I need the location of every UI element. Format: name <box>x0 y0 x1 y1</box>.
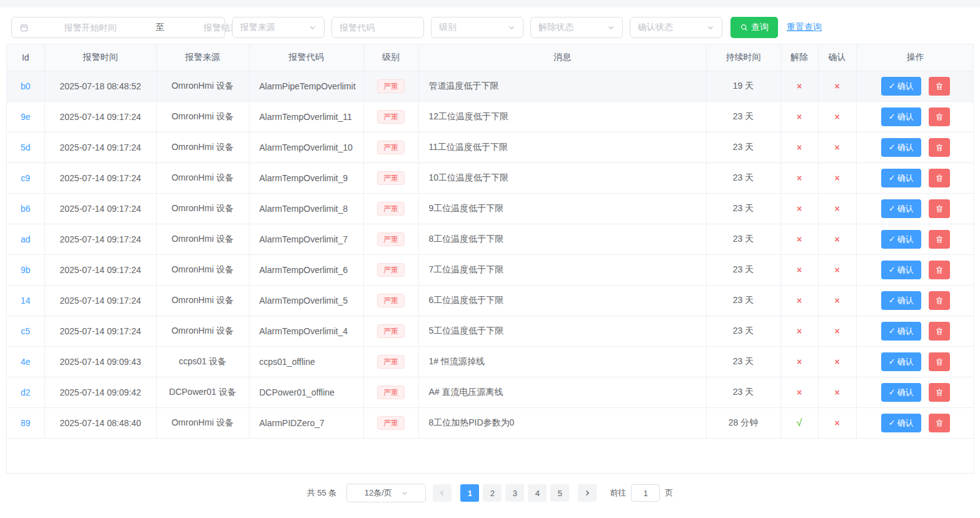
acked-mark: × <box>834 265 839 275</box>
row-id-link[interactable]: d2 <box>21 387 31 397</box>
row-id-link[interactable]: 9e <box>21 112 31 122</box>
confirm-button[interactable]: ✓ 确认 <box>881 414 921 432</box>
date-range-picker[interactable]: 至 <box>11 17 225 38</box>
acked-mark: × <box>834 81 839 91</box>
trash-icon <box>935 204 944 213</box>
level-badge: 严重 <box>377 324 405 338</box>
alarm-start-time-input[interactable] <box>34 22 147 32</box>
level-badge: 严重 <box>377 232 405 246</box>
row-id-link[interactable]: 5d <box>21 142 31 152</box>
column-header: 报警时间 <box>44 44 156 71</box>
confirm-button-label: 确认 <box>897 111 914 122</box>
page-button-3[interactable]: 3 <box>505 484 524 502</box>
delete-button[interactable] <box>929 77 950 96</box>
page-button-5[interactable]: 5 <box>550 484 569 502</box>
confirm-button[interactable]: ✓ 确认 <box>881 383 921 402</box>
clear-status-select[interactable]: 解除状态 <box>530 17 623 38</box>
alarm-source-select[interactable]: 报警来源 <box>232 17 325 38</box>
trash-icon <box>935 112 944 121</box>
alarm-source: OmronHmi 设备 <box>156 316 249 346</box>
alarm-message: 管道温度低于下限 <box>418 71 706 101</box>
check-icon: ✓ <box>889 265 896 274</box>
alarm-time: 2025-07-14 09:17:24 <box>44 285 156 316</box>
trash-icon <box>935 174 944 182</box>
row-id-link[interactable]: b0 <box>21 81 31 91</box>
delete-button[interactable] <box>929 199 950 218</box>
page-button-4[interactable]: 4 <box>528 484 547 502</box>
reset-query-link[interactable]: 重置查询 <box>787 22 822 33</box>
alarm-code: AlarmTempOverlimit_9 <box>249 162 363 193</box>
check-icon: ✓ <box>889 296 896 305</box>
cleared-mark: × <box>797 173 802 183</box>
row-id-link[interactable]: 89 <box>21 418 31 428</box>
confirm-button[interactable]: ✓ 确认 <box>881 322 921 341</box>
acked-mark: × <box>834 142 839 152</box>
delete-button[interactable] <box>929 169 950 187</box>
confirm-button[interactable]: ✓ 确认 <box>881 352 921 371</box>
table-row: b6 2025-07-14 09:17:24 OmronHmi 设备 Alarm… <box>7 193 974 224</box>
alarm-code: AlarmTempOverlimit_11 <box>249 101 363 132</box>
confirm-button[interactable]: ✓ 确认 <box>881 291 921 310</box>
alarm-message: 5工位温度低于下限 <box>418 316 706 346</box>
alarm-code: AlarmPipeTempOverlimit <box>249 71 363 101</box>
page-size-select[interactable]: 12条/页 <box>346 484 426 502</box>
alarm-level-select[interactable]: 级别 <box>431 17 523 38</box>
alarm-time: 2025-07-18 08:48:52 <box>44 71 156 101</box>
confirm-button[interactable]: ✓ 确认 <box>881 199 921 218</box>
page-button-1[interactable]: 1 <box>460 484 479 502</box>
alarm-source: OmronHmi 设备 <box>156 224 249 254</box>
check-icon: ✓ <box>889 204 896 213</box>
alarm-time: 2025-07-14 09:09:43 <box>44 346 156 377</box>
delete-button[interactable] <box>929 352 950 371</box>
table-row: 5d 2025-07-14 09:17:24 OmronHmi 设备 Alarm… <box>7 132 974 162</box>
chevron-down-icon <box>508 24 515 31</box>
confirm-button[interactable]: ✓ 确认 <box>881 107 921 126</box>
confirm-button[interactable]: ✓ 确认 <box>881 77 921 96</box>
acked-mark: × <box>834 296 839 306</box>
alarm-source: OmronHmi 设备 <box>156 193 249 224</box>
confirm-button[interactable]: ✓ 确认 <box>881 169 921 187</box>
alarm-code-input[interactable] <box>331 17 424 38</box>
page-button-2[interactable]: 2 <box>483 484 502 502</box>
row-id-link[interactable]: 14 <box>21 296 31 306</box>
confirm-button[interactable]: ✓ 确认 <box>881 230 921 249</box>
confirm-button[interactable]: ✓ 确认 <box>881 261 921 279</box>
column-header: 确认 <box>818 44 856 71</box>
alarm-code: AlarmTempOverlimit_4 <box>249 316 363 346</box>
confirm-button-label: 确认 <box>897 387 914 398</box>
row-id-link[interactable]: c5 <box>21 326 30 336</box>
confirm-button-label: 确认 <box>897 172 914 184</box>
row-id-link[interactable]: ad <box>21 234 31 244</box>
delete-button[interactable] <box>929 414 950 432</box>
alarm-source: OmronHmi 设备 <box>156 162 249 193</box>
delete-button[interactable] <box>929 322 950 341</box>
level-badge: 严重 <box>377 263 405 277</box>
alarm-duration: 23 天 <box>706 132 780 162</box>
delete-button[interactable] <box>929 107 950 126</box>
next-page-button[interactable] <box>578 484 597 502</box>
delete-button[interactable] <box>929 138 950 157</box>
row-id-link[interactable]: 9b <box>21 265 31 275</box>
delete-button[interactable] <box>929 261 950 279</box>
cleared-mark: × <box>797 204 802 214</box>
table-row: ad 2025-07-14 09:17:24 OmronHmi 设备 Alarm… <box>7 224 974 254</box>
row-id-link[interactable]: b6 <box>21 204 31 214</box>
delete-button[interactable] <box>929 383 950 402</box>
cleared-mark: × <box>797 142 802 152</box>
cleared-mark: √ <box>797 417 802 428</box>
alarm-code: AlarmPIDZero_7 <box>249 407 363 438</box>
ack-status-select[interactable]: 确认状态 <box>630 17 722 38</box>
query-button[interactable]: 查询 <box>730 17 778 38</box>
row-id-link[interactable]: 4e <box>21 357 31 367</box>
row-id-link[interactable]: c9 <box>21 173 30 183</box>
alarm-duration: 23 天 <box>706 193 780 224</box>
delete-button[interactable] <box>929 291 950 310</box>
prev-page-button[interactable] <box>433 484 452 502</box>
goto-page-input[interactable] <box>631 484 660 502</box>
confirm-button-label: 确认 <box>897 142 914 153</box>
confirm-button[interactable]: ✓ 确认 <box>881 138 921 157</box>
table-row: 4e 2025-07-14 09:09:43 ccps01 设备 ccps01_… <box>7 346 974 377</box>
confirm-button-label: 确认 <box>897 326 914 337</box>
delete-button[interactable] <box>929 230 950 249</box>
alarm-duration: 23 天 <box>706 162 780 193</box>
